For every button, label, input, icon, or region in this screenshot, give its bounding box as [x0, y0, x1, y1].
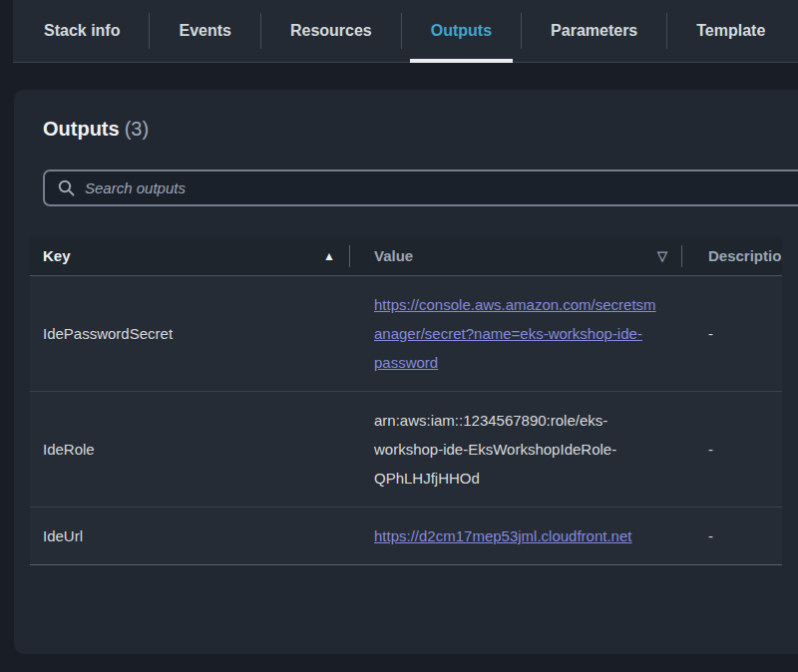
tab-events[interactable]: Events: [158, 0, 251, 62]
output-description: -: [681, 507, 782, 564]
tab-outputs[interactable]: Outputs: [410, 0, 513, 62]
outputs-table: Key ▲ Value ▽ Description IdePasswordSec…: [30, 236, 782, 565]
table-row: IdePasswordSecrethttps://console.aws.ama…: [30, 276, 782, 392]
output-description: -: [681, 276, 782, 391]
search-input[interactable]: [85, 179, 798, 196]
column-header-value[interactable]: Value ▽: [349, 236, 681, 275]
output-value-cell: arn:aws:iam::1234567890:role/eks-worksho…: [349, 392, 681, 506]
search-icon: [58, 179, 75, 196]
outputs-panel: Outputs(3) Key ▲ Value ▽ Description Ide…: [14, 90, 798, 654]
output-value-link[interactable]: https://console.aws.amazon.com/secretsma…: [374, 296, 656, 371]
output-value-cell: https://console.aws.amazon.com/secretsma…: [349, 276, 681, 391]
search-box: [43, 169, 798, 206]
tab-template[interactable]: Template: [675, 0, 786, 62]
output-key: IdeRole: [30, 392, 349, 506]
sort-descending-icon: ▽: [657, 249, 667, 262]
column-header-key[interactable]: Key ▲: [30, 236, 349, 275]
output-value-link[interactable]: https://d2cm17mep53jml.cloudfront.net: [374, 527, 631, 544]
tab-resources[interactable]: Resources: [269, 0, 393, 62]
table-body: IdePasswordSecrethttps://console.aws.ama…: [30, 276, 782, 565]
output-key: IdeUrl: [30, 507, 349, 564]
table-header: Key ▲ Value ▽ Description: [30, 236, 782, 276]
output-key: IdePasswordSecret: [30, 276, 349, 391]
tab-divider: [666, 13, 667, 49]
output-value-text: arn:aws:iam::1234567890:role/eks-worksho…: [374, 412, 616, 487]
page-title: Outputs(3): [43, 118, 798, 141]
tab-divider: [260, 13, 261, 49]
tab-parameters[interactable]: Parameters: [530, 0, 658, 62]
column-header-description[interactable]: Description: [681, 236, 782, 275]
column-value-label: Value: [374, 247, 413, 264]
column-description-label: Description: [708, 247, 782, 264]
tab-stack-info[interactable]: Stack info: [23, 0, 141, 62]
tab-divider: [149, 13, 150, 49]
output-description: -: [681, 392, 782, 506]
table-row: IdeUrlhttps://d2cm17mep53jml.cloudfront.…: [30, 507, 782, 565]
sort-ascending-icon: ▲: [323, 250, 335, 262]
table-row: IdeRolearn:aws:iam::1234567890:role/eks-…: [30, 392, 782, 507]
outputs-count-badge: (3): [125, 118, 149, 140]
output-value-cell: https://d2cm17mep53jml.cloudfront.net: [349, 507, 681, 564]
column-key-label: Key: [43, 247, 71, 264]
tab-divider: [401, 13, 402, 49]
stack-tabs: Stack info Events Resources Outputs Para…: [13, 0, 798, 63]
tab-divider: [521, 13, 522, 49]
panel-title-text: Outputs: [43, 118, 120, 140]
